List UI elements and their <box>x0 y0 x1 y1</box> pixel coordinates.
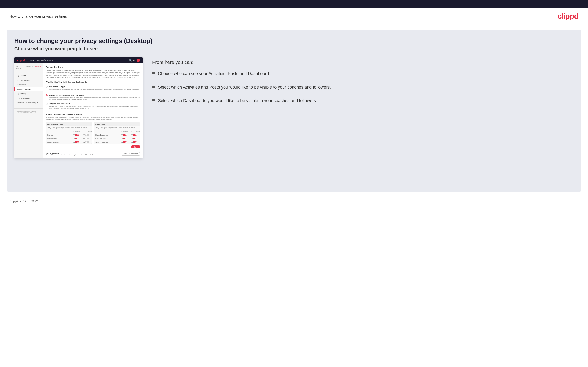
mock-show-hide-desc: Regardless of the privacy controls that … <box>46 116 140 120</box>
mock-toggle-manual-followers[interactable] <box>85 141 89 143</box>
bullet-item-1: Choose who can see your Activities, Post… <box>152 71 574 77</box>
mock-search-icon: 🔍 <box>129 59 132 61</box>
page-subheading: Choose what you want people to see <box>14 46 574 51</box>
mock-activities-desc: Select the types of activity that you'd … <box>46 126 92 130</box>
mock-sidebar-item-integrations: Data Integrations › <box>14 78 43 83</box>
mock-radio-everyone: Everyone on Clippd Everyone on Clippd ca… <box>46 85 140 92</box>
mock-toggle-rounds-followers[interactable] <box>85 134 89 136</box>
mock-sidebar-item-help: Help & Support ↗ <box>14 96 43 100</box>
screenshot-mockup: clippd Home My Performance 🔍 ⚙ My Profil… <box>14 57 143 158</box>
mock-show-hide-title: Show or hide specific features in Clippd <box>46 113 140 115</box>
mock-radio-btn-everyone <box>46 86 48 88</box>
mock-privacy-desc: Control how you and your data appears to… <box>46 69 140 79</box>
bullet-square-2 <box>152 85 155 88</box>
mock-visit-community-button[interactable]: Visit Our Community <box>121 152 140 156</box>
mock-toggle-roundinsights-coaches[interactable] <box>123 138 127 139</box>
top-bar <box>0 0 588 8</box>
mock-help-section: Help & Support Visit our Clippd communit… <box>46 150 140 156</box>
mock-toggle-roundinsights-followers[interactable] <box>133 138 137 139</box>
mock-sidebar-footer: Clippd Client Version: 2022.8.2SQL Serve… <box>14 108 43 115</box>
mock-row-what-to-work: What To Work On ON ON <box>94 140 140 144</box>
mock-toggle-rounds-coaches[interactable] <box>75 134 79 136</box>
mock-dashboards-header: Dashboards <box>94 122 140 126</box>
bullet-square-1 <box>152 72 155 74</box>
mock-row-round-insights: Round Insights ON ON <box>94 137 140 140</box>
mock-radio-followers: Only Approved Followers and Your Coach O… <box>46 94 140 101</box>
mock-privacy-title: Privacy Controls <box>46 66 140 68</box>
mock-toggle-whattowork-coaches[interactable] <box>123 141 127 143</box>
mock-toggle-drills-coaches[interactable] <box>75 138 79 139</box>
mock-activities-table: Activities and Posts Select the types of… <box>46 122 92 144</box>
mock-toggle-playerdash-followers[interactable] <box>133 134 137 136</box>
mock-avatar <box>137 59 140 62</box>
main-content: How to change your privacy settings (Des… <box>7 30 581 192</box>
mock-sidebar: My Profile Connections Settings My Accou… <box>14 63 43 158</box>
content-area: clippd Home My Performance 🔍 ⚙ My Profil… <box>14 57 574 158</box>
mock-body: My Profile Connections Settings My Accou… <box>14 63 143 158</box>
mock-user-icon: ⚙ <box>133 59 135 61</box>
header-divider <box>9 25 579 25</box>
bullet-item-3: Select which Dashboards you would like t… <box>152 98 574 104</box>
mock-row-player-dashboard: Player Dashboard ON ON <box>94 133 140 137</box>
mock-sidebar-item-account: My Account › <box>14 73 43 78</box>
mock-logo: clippd <box>17 59 25 62</box>
mock-toggle-playerdash-coaches[interactable] <box>123 134 127 136</box>
mock-sidebar-item-golfbag: My Golf Bag › <box>14 92 43 96</box>
bullet-item-2: Select which Activities and Posts you wo… <box>152 84 574 90</box>
mock-radio-only-you: Only You and Your Coach Only you and the… <box>46 103 140 109</box>
bullet-text-3: Select which Dashboards you would like t… <box>158 98 317 104</box>
mock-dashboards-desc: Select the types of activity that you'd … <box>94 126 140 130</box>
mock-sidebar-items: My Account › Data Integrations › Subscri… <box>14 72 43 106</box>
page-heading: How to change your privacy settings (Des… <box>14 37 574 45</box>
mock-nav-home: Home <box>28 59 34 61</box>
mock-toggle-drills-followers[interactable] <box>85 138 89 139</box>
mock-activities-header: Activities and Posts <box>46 122 92 126</box>
mock-dashboards-cols: COACHES FOLLOWERS <box>94 130 140 133</box>
mock-toggle-manual-coaches[interactable] <box>75 141 79 143</box>
mock-nav-links: Home My Performance <box>28 59 53 61</box>
mock-save-button[interactable]: Save <box>131 145 140 149</box>
mock-toggle-whattowork-followers[interactable] <box>133 141 137 143</box>
logo: clippd <box>558 12 579 21</box>
header-title: How to change your privacy settings <box>9 14 67 18</box>
mock-nav-icons: 🔍 ⚙ <box>129 59 140 62</box>
mock-radio-btn-only-you <box>46 103 48 105</box>
mock-activities-cols: COACHES FOLLOWERS <box>46 130 92 133</box>
mock-sidebar-item-service: Service & Privacy Policy ↗ <box>14 100 43 105</box>
mock-radio-btn-followers <box>46 94 48 96</box>
mock-dashboards-table: Dashboards Select the types of activity … <box>94 122 140 144</box>
footer: Copyright Clippd 2022 <box>0 196 588 206</box>
mock-tab-connections: Connections <box>23 65 33 70</box>
header: How to change your privacy settings clip… <box>0 8 588 25</box>
bullet-square-3 <box>152 99 155 101</box>
mock-tables-row: Activities and Posts Select the types of… <box>46 122 140 144</box>
bullet-text-2: Select which Activities and Posts you wo… <box>158 84 331 90</box>
mock-tab-settings: Settings <box>35 65 41 70</box>
mock-nav-performance: My Performance <box>37 59 53 61</box>
mock-save-row: Save <box>46 144 140 150</box>
mock-row-manual: Manual Activities ON ON <box>46 140 92 144</box>
mock-help-desc: Visit our Clippd community to troublesho… <box>46 154 95 156</box>
mock-help-title: Help & Support <box>46 152 95 154</box>
right-panel: From here you can: Choose who can see yo… <box>152 57 574 112</box>
mock-row-drills: Practice Drills ON ON <box>46 137 92 140</box>
mock-main-area: Privacy Controls Control how you and you… <box>43 63 143 158</box>
mock-navbar: clippd Home My Performance 🔍 ⚙ <box>14 57 143 63</box>
bullet-text-1: Choose who can see your Activities, Post… <box>158 71 270 77</box>
from-here-title: From here you can: <box>152 60 574 65</box>
bullet-list: Choose who can see your Activities, Post… <box>152 71 574 104</box>
mock-sidebar-item-privacy: Privacy Controls › <box>14 87 43 92</box>
mock-tab-profile: My Profile <box>16 65 21 70</box>
mock-sidebar-tabs: My Profile Connections Settings <box>14 65 43 72</box>
mock-sidebar-item-subscription: Subscription › <box>14 83 43 87</box>
mock-row-rounds: Rounds ON ON <box>46 133 92 137</box>
mock-who-title: Who Can See Your Activities and Dashboar… <box>46 81 140 84</box>
copyright-text: Copyright Clippd 2022 <box>9 200 38 203</box>
